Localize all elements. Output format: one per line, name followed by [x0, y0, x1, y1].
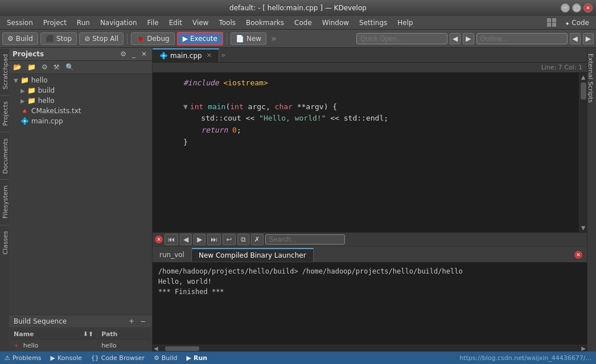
- side-tab-filesystem[interactable]: Filesystem: [0, 179, 9, 224]
- tree-item-cmakelists[interactable]: 🔺 CMakeLists.txt: [9, 106, 152, 116]
- output-scrollbar-x[interactable]: ◀ ▶: [153, 345, 587, 351]
- tree-item-maincpp[interactable]: 💠 main.cpp: [9, 116, 152, 126]
- sort-down-icon[interactable]: ⬇: [83, 330, 88, 338]
- panel-minimize-icon[interactable]: _: [130, 49, 137, 59]
- menu-project[interactable]: Project: [39, 18, 71, 28]
- status-run[interactable]: ▶ Run: [186, 354, 207, 362]
- debug-button[interactable]: 🐞 Debug: [131, 32, 174, 45]
- scroll-up-icon[interactable]: ▲: [581, 74, 586, 80]
- code-line: return 0;: [159, 125, 572, 136]
- nav-back-button[interactable]: ◀: [450, 33, 461, 44]
- proj-filter-icon[interactable]: 🔍: [64, 63, 76, 72]
- editor-area: 💠 main.cpp ✕ » Line: 7 Col: 1 #include <…: [153, 48, 587, 232]
- bottom-next-btn[interactable]: ▶: [194, 234, 205, 245]
- proj-folder-icon[interactable]: 📁: [26, 63, 38, 72]
- new-button[interactable]: 📄 New: [231, 32, 266, 45]
- build-seq-path: hello: [98, 341, 151, 350]
- cmake-icon: 🔺: [20, 107, 29, 115]
- bottom-tab-run-vol[interactable]: run_vol: [153, 249, 192, 261]
- stop-button[interactable]: ⬛ Stop: [40, 32, 77, 45]
- more-tools-arrow[interactable]: »: [269, 33, 279, 44]
- outline-prev-button[interactable]: ◀: [570, 33, 581, 44]
- tree-item-build[interactable]: ▶ 📁 build: [9, 85, 152, 96]
- col-name: Name ⬆ ⬇: [10, 329, 97, 340]
- bottom-tab-close-btn[interactable]: ✕: [570, 249, 587, 261]
- panel-header-controls: ⚙ _ ✕: [118, 49, 149, 59]
- bottom-search-input[interactable]: [265, 234, 345, 245]
- maximize-button[interactable]: □: [572, 3, 581, 13]
- proj-build-icon[interactable]: ⚒: [52, 63, 61, 72]
- menu-session[interactable]: Session: [2, 18, 38, 28]
- window-controls: ─ □ ✕: [561, 3, 593, 13]
- status-problems[interactable]: ⚠ Problems: [5, 354, 42, 362]
- close-button[interactable]: ✕: [583, 3, 593, 13]
- tree-item-hello-sub[interactable]: ▶ 📁 hello: [9, 96, 152, 106]
- status-build[interactable]: ⚙ Build: [154, 354, 178, 362]
- bottom-close-btn[interactable]: ✕: [155, 235, 163, 243]
- stop-all-button[interactable]: ⊘ Stop All: [79, 32, 124, 45]
- side-tab-documents[interactable]: Documents: [0, 132, 9, 180]
- menu-code-btn[interactable]: ⬥ Code: [561, 18, 594, 28]
- build-seq-controls: + −: [127, 317, 147, 326]
- menu-tools[interactable]: Tools: [214, 18, 240, 28]
- main-toolbar: ⚙ Build ⬛ Stop ⊘ Stop All 🐞 Debug ▶ Exec…: [0, 30, 596, 48]
- build-seq-name: + hello: [10, 341, 97, 350]
- external-scripts-tab[interactable]: External Scripts: [587, 48, 596, 109]
- side-tab-projects[interactable]: Projects: [0, 95, 9, 131]
- scroll-x-thumb[interactable]: [165, 346, 199, 351]
- menu-settings[interactable]: Settings: [355, 18, 392, 28]
- outline-search[interactable]: [476, 33, 568, 44]
- tab-close-icon[interactable]: ✕: [207, 52, 212, 59]
- minimize-button[interactable]: ─: [561, 3, 570, 13]
- build-seq-row[interactable]: + hello hello: [10, 341, 151, 350]
- menu-run[interactable]: Run: [72, 18, 94, 28]
- debug-icon: 🐞: [136, 35, 145, 43]
- scroll-left-icon[interactable]: ◀: [153, 345, 159, 351]
- status-bar: ⚠ Problems ▶ Konsole {} Code Browser ⚙ B…: [0, 351, 596, 364]
- outline-next-button[interactable]: ▶: [583, 33, 594, 44]
- proj-settings-icon[interactable]: ⚙: [40, 63, 50, 72]
- menu-navigation[interactable]: Navigation: [96, 18, 142, 28]
- line-info: Line: 7 Col: 1: [153, 63, 587, 73]
- menu-window[interactable]: Window: [318, 18, 354, 28]
- tab-scroll-arrow[interactable]: »: [219, 51, 228, 59]
- proj-open-icon[interactable]: 📂: [11, 63, 23, 72]
- menu-bookmarks[interactable]: Bookmarks: [241, 18, 289, 28]
- bottom-copy-btn[interactable]: ⧉: [237, 234, 249, 245]
- bottom-tab-new-compiled[interactable]: New Compiled Binary Launcher: [192, 248, 314, 262]
- sort-up-icon[interactable]: ⬆: [88, 330, 93, 338]
- new-icon: 📄: [236, 35, 244, 43]
- panel-settings-icon[interactable]: ⚙: [118, 49, 128, 59]
- panel-close-icon[interactable]: ✕: [139, 49, 149, 59]
- quick-open-search[interactable]: [356, 33, 447, 44]
- scroll-thumb[interactable]: [581, 82, 586, 100]
- menu-help[interactable]: Help: [393, 18, 417, 28]
- tab-close-red[interactable]: ✕: [574, 251, 582, 259]
- menu-file[interactable]: File: [143, 18, 163, 28]
- build-seq-minus[interactable]: −: [138, 317, 147, 326]
- scroll-down-icon[interactable]: ▼: [581, 225, 586, 231]
- tree-item-hello-root[interactable]: ▼ 📁 hello: [9, 75, 152, 85]
- bottom-clear-btn[interactable]: ✗: [251, 234, 264, 245]
- side-tab-classes[interactable]: Classes: [0, 225, 9, 260]
- editor-tab-maincpp[interactable]: 💠 main.cpp ✕: [153, 48, 219, 62]
- output-line-3: *** Finished ***: [158, 287, 581, 297]
- status-konsole[interactable]: ▶ Konsole: [51, 354, 82, 362]
- nav-forward-button[interactable]: ▶: [463, 33, 474, 44]
- menu-view[interactable]: View: [188, 18, 213, 28]
- code-editor[interactable]: #include <iostream> ▼int main(int argc, …: [153, 73, 579, 232]
- bottom-last-btn[interactable]: ⏭: [207, 234, 221, 245]
- side-tab-scratchpad[interactable]: Scratchpad: [0, 48, 9, 95]
- bottom-first-btn[interactable]: ⏮: [165, 234, 178, 245]
- code-scrollbar[interactable]: ▲ ▼: [579, 73, 587, 232]
- execute-button[interactable]: ▶ Execute: [177, 32, 223, 46]
- build-button[interactable]: ⚙ Build: [2, 32, 38, 45]
- bottom-wrap-btn[interactable]: ↩: [223, 234, 235, 245]
- status-code-browser[interactable]: {} Code Browser: [91, 354, 145, 362]
- menu-code[interactable]: Code: [290, 18, 317, 28]
- build-seq-add[interactable]: +: [127, 317, 136, 326]
- menu-edit[interactable]: Edit: [165, 18, 187, 28]
- bottom-prev-btn[interactable]: ◀: [180, 234, 192, 245]
- build-icon: ⚙: [7, 35, 14, 43]
- scroll-right-icon[interactable]: ▶: [580, 345, 587, 351]
